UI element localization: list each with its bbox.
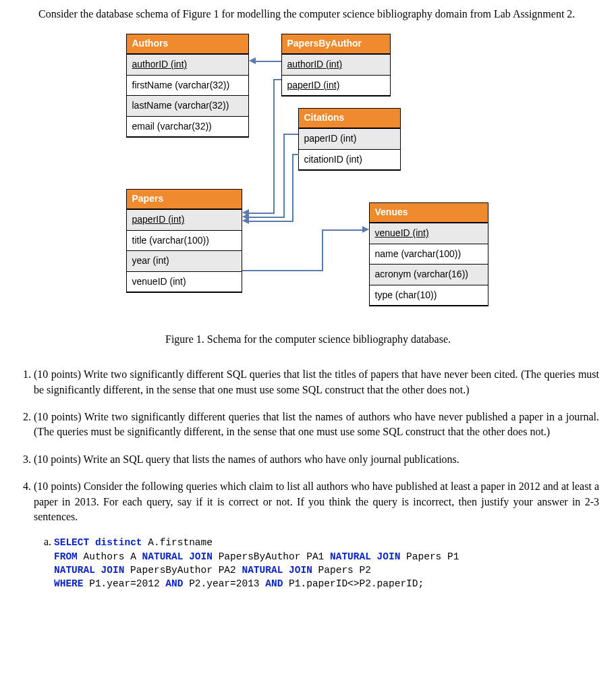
table-column: citationID (int) (299, 150, 400, 171)
question-3: (10 points) Write an SQL query that list… (34, 452, 599, 467)
table-column: paperID (int) (299, 129, 400, 150)
fk-arrow-line (275, 79, 281, 80)
table-papers-by-author: PapersByAuthor authorID (int) paperID (i… (281, 34, 391, 96)
fk-arrow-line (285, 134, 298, 135)
table-column: authorID (int) (127, 55, 248, 76)
table-column: type (char(10)) (370, 285, 488, 306)
fk-arrow-line (293, 154, 299, 155)
table-header: Citations (299, 109, 400, 129)
table-venues: Venues venueID (int) name (varchar(100))… (369, 202, 488, 306)
schema-diagram: Authors authorID (int) firstName (varcha… (126, 34, 491, 310)
fk-arrow-head-icon (249, 57, 256, 64)
table-papers: Papers paperID (int) title (varchar(100)… (126, 189, 242, 293)
fk-arrow-line (292, 154, 293, 221)
table-header: PapersByAuthor (282, 34, 390, 55)
table-column: year (int) (127, 251, 242, 272)
question-1: (10 points) Write two significantly diff… (34, 367, 599, 397)
sql-code-block: SELECT distinct A.firstname FROM Authors… (54, 536, 599, 590)
figure-1: Authors authorID (int) firstName (varcha… (17, 34, 599, 347)
figure-caption: Figure 1. Schema for the computer scienc… (17, 332, 599, 347)
table-column: venueID (int) (127, 272, 242, 293)
fk-arrow-line (322, 229, 323, 271)
table-column: email (varchar(32)) (127, 117, 248, 138)
table-header: Authors (127, 34, 248, 55)
fk-arrow-line (254, 61, 281, 62)
table-column: name (varchar(100)) (370, 244, 488, 265)
table-column: lastName (varchar(32)) (127, 96, 248, 117)
fk-arrow-line (248, 221, 293, 222)
table-column: title (varchar(100)) (127, 231, 242, 252)
question-4-sublist: SELECT distinct A.firstname FROM Authors… (34, 534, 599, 590)
question-4-text: (10 points) Consider the following queri… (34, 480, 599, 522)
intro-paragraph: Consider the database schema of Figure 1… (17, 7, 599, 22)
fk-arrow-line (322, 229, 364, 231)
fk-arrow-line (283, 134, 285, 218)
table-column: firstName (varchar(32)) (127, 76, 248, 96)
question-4: (10 points) Consider the following queri… (34, 479, 599, 590)
question-2: (10 points) Write two significantly diff… (34, 410, 599, 440)
fk-arrow-head-icon (362, 226, 369, 233)
table-column: acronym (varchar(16)) (370, 265, 488, 285)
table-header: Venues (370, 203, 488, 223)
table-column: paperID (int) (282, 76, 390, 96)
table-header: Papers (127, 190, 242, 210)
questions-list: (10 points) Write two significantly diff… (17, 367, 599, 590)
question-4a: SELECT distinct A.firstname FROM Authors… (54, 534, 599, 590)
table-column: venueID (int) (370, 223, 488, 244)
fk-arrow-line (248, 213, 275, 214)
table-column: paperID (int) (127, 210, 242, 231)
fk-arrow-line (273, 79, 275, 214)
fk-arrow-head-icon (242, 217, 249, 224)
table-column: authorID (int) (282, 55, 390, 76)
table-citations: Citations paperID (int) citationID (int) (298, 108, 401, 171)
table-authors: Authors authorID (int) firstName (varcha… (126, 34, 249, 138)
fk-arrow-line (248, 217, 285, 218)
fk-arrow-line (242, 270, 323, 271)
